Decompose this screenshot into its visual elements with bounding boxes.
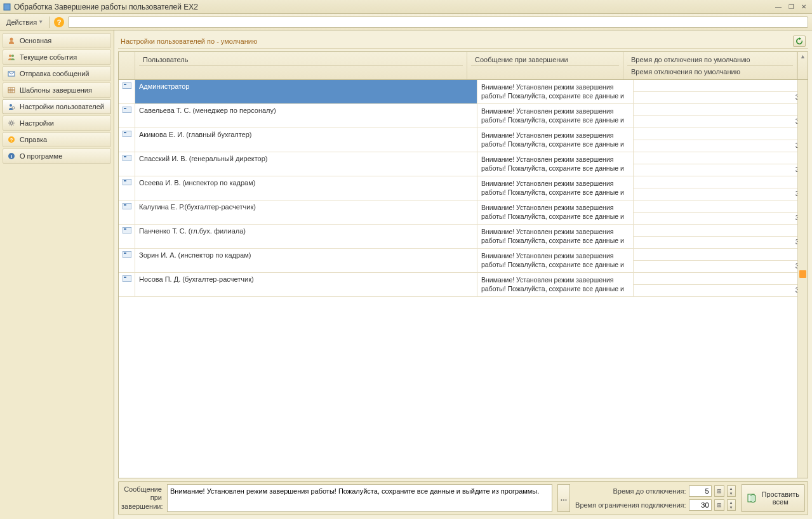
actions-label: Действия [6, 18, 37, 26]
apply-label: Проставить всем [762, 490, 799, 506]
table-row[interactable]: Осеева И. В. (инспектор по кадрам)Вниман… [119, 176, 808, 200]
table-row[interactable]: АдминистраторВнимание! Установлен режим … [119, 80, 808, 104]
cell-time: 530 [634, 225, 808, 248]
scroll-up-icon[interactable]: ▲ [797, 52, 808, 79]
sidebar-item-label: Настройки пользователей [20, 103, 104, 110]
table-row[interactable]: Акимова Е. И. (главный бухгалтер)Внимани… [119, 128, 808, 152]
calc-icon[interactable]: ⊞ [714, 499, 724, 511]
table-row[interactable]: Спасский И. В. (генеральный директор)Вни… [119, 152, 808, 176]
close-button[interactable]: ✕ [798, 3, 809, 11]
table-header: Пользователь Сообщение при завершении Вр… [119, 52, 808, 80]
sidebar-item-1[interactable]: Текущие события [3, 49, 111, 65]
refresh-button[interactable] [793, 36, 806, 47]
svg-rect-33 [123, 275, 131, 282]
svg-point-1 [10, 38, 13, 41]
cell-t1: 5 [634, 104, 807, 116]
actions-menu[interactable]: Действия ▼ [4, 17, 46, 27]
svg-text:i: i [11, 154, 12, 159]
sidebar-item-0[interactable]: Основная [3, 33, 111, 48]
toolbar-separator [50, 16, 50, 28]
sidebar-item-label: Справка [20, 136, 47, 143]
vertical-scrollbar[interactable] [797, 80, 808, 478]
row-icon [119, 104, 135, 128]
titlebar: Обработка Завершение работы пользователе… [0, 0, 812, 14]
maximize-button[interactable]: ❐ [785, 3, 797, 11]
cell-time: 530 [634, 200, 808, 224]
table-row[interactable]: Панченко Т. С. (гл.бух. филиала)Внимание… [119, 225, 808, 249]
cell-time: 530 [634, 152, 808, 176]
sidebar-item-2[interactable]: Отправка сообщений [3, 66, 111, 81]
svg-point-11 [12, 107, 15, 109]
app-icon [3, 3, 11, 11]
time-limit-spinner[interactable]: ▲▼ [727, 499, 736, 511]
table-row[interactable]: Зорин И. А. (инспектор по кадрам)Внимани… [119, 249, 808, 273]
minimize-button[interactable]: — [773, 3, 784, 11]
svg-point-3 [11, 55, 14, 57]
cell-message: Внимание! Установлен режим завершения ра… [477, 200, 634, 224]
svg-text:?: ? [10, 137, 13, 143]
gear-icon [7, 119, 16, 128]
th-message[interactable]: Сообщение при завершении [467, 52, 623, 79]
apply-all-button[interactable]: Проставить всем [741, 484, 805, 512]
cell-t2: 30 [634, 261, 807, 272]
cell-message: Внимание! Установлен режим завершения ра… [477, 225, 634, 248]
cell-user: Администратор [135, 80, 477, 103]
sidebar: ОсновнаяТекущие событияОтправка сообщени… [0, 30, 114, 519]
cell-user: Осеева И. В. (инспектор по кадрам) [135, 176, 477, 200]
users-table: Пользователь Сообщение при завершении Вр… [118, 51, 808, 478]
scroll-marker [799, 270, 806, 278]
time-off-spinner[interactable]: ▲▼ [727, 485, 736, 497]
table-row[interactable]: Носова П. Д. (бухгалтер-расчетчик)Вниман… [119, 273, 808, 297]
sidebar-item-4[interactable]: Настройки пользователей [3, 99, 111, 114]
table-row[interactable]: Калугина Е. Р.(бухгалтер-расчетчик)Внима… [119, 200, 808, 225]
users-icon [7, 53, 16, 62]
row-icon [119, 200, 135, 224]
cell-t2: 30 [634, 188, 807, 200]
bottom-panel: Сообщение при завершении: … Время до отк… [118, 481, 808, 515]
sidebar-item-7[interactable]: iО программе [3, 148, 111, 164]
sidebar-item-6[interactable]: ?Справка [3, 132, 111, 147]
svg-rect-20 [124, 108, 126, 109]
window-title: Обработка Завершение работы пользователе… [14, 3, 773, 11]
th-time[interactable]: Время до отключения по умолчанию Время о… [623, 52, 797, 79]
help-icon[interactable]: ? [54, 17, 64, 27]
time-off-input[interactable] [689, 485, 712, 497]
svg-rect-31 [123, 251, 131, 258]
apply-icon [747, 492, 758, 504]
cell-message: Внимание! Установлен режим завершения ра… [477, 104, 634, 128]
cell-time: 530 [634, 176, 808, 200]
th-user[interactable]: Пользователь [135, 52, 467, 79]
sidebar-item-3[interactable]: Шаблоны завершения [3, 82, 111, 98]
message-label: Сообщение при завершении: [121, 484, 162, 512]
message-textarea[interactable] [167, 484, 552, 512]
svg-rect-17 [123, 82, 131, 89]
row-icon [119, 273, 135, 296]
cell-message: Внимание! Установлен режим завершения ра… [477, 176, 634, 200]
svg-rect-22 [124, 132, 126, 133]
content: Настройки пользователей по - умолчанию П… [114, 30, 812, 519]
row-icon [119, 249, 135, 272]
cell-user: Спасский И. В. (генеральный директор) [135, 152, 477, 176]
toolbar-search-input[interactable] [68, 16, 808, 28]
svg-rect-26 [124, 180, 126, 181]
svg-rect-5 [8, 88, 15, 93]
sidebar-item-5[interactable]: Настройки [3, 115, 111, 131]
cell-t2: 30 [634, 237, 807, 248]
cell-message: Внимание! Установлен режим завершения ра… [477, 80, 634, 103]
cell-message: Внимание! Установлен режим завершения ра… [477, 128, 634, 152]
svg-rect-24 [124, 156, 126, 157]
calc-icon[interactable]: ⊞ [714, 485, 724, 497]
cell-message: Внимание! Установлен режим завершения ра… [477, 152, 634, 176]
time-off-label: Время до отключения: [613, 487, 686, 495]
row-icon [119, 152, 135, 176]
table-row[interactable]: Савельева Т. С. (менеджер по персоналу)В… [119, 104, 808, 128]
row-icon [119, 80, 135, 103]
message-ellipsis-button[interactable]: … [557, 484, 570, 512]
time-limit-input[interactable] [689, 499, 712, 511]
th-icon[interactable] [119, 52, 135, 79]
svg-rect-28 [124, 204, 126, 206]
help-icon: ? [7, 135, 16, 144]
row-icon [119, 225, 135, 248]
cell-time: 530 [634, 104, 808, 128]
svg-rect-34 [124, 277, 126, 278]
